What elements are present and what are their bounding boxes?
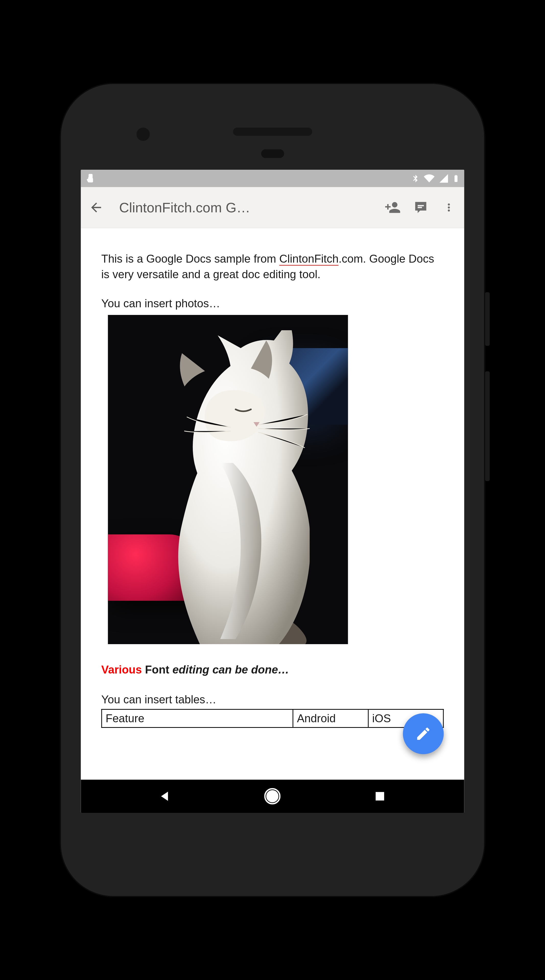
screen: ClintonFitch.com G… This is a Google Doc…: [81, 170, 464, 813]
earpiece-speaker: [233, 127, 312, 136]
cell-signal-icon: [439, 173, 449, 183]
phone-frame: ClintonFitch.com G… This is a Google Doc…: [60, 83, 485, 897]
nav-home-button[interactable]: [262, 786, 283, 807]
stage: ClintonFitch.com G… This is a Google Doc…: [0, 0, 545, 980]
text-run-red-bold: Various: [101, 663, 142, 676]
nav-home-icon: [265, 788, 280, 804]
table-cell[interactable]: Feature: [102, 709, 293, 728]
document-title[interactable]: ClintonFitch.com G…: [114, 200, 375, 215]
table-cell[interactable]: Android: [293, 709, 368, 728]
swipe-indicator-icon: [86, 173, 96, 184]
nav-back-button[interactable]: [155, 786, 175, 807]
overflow-menu-button[interactable]: [439, 197, 459, 218]
phone-side-button-top: [485, 292, 490, 346]
table-row[interactable]: Feature Android iOS: [102, 709, 443, 728]
photo-cat-silhouette: [147, 330, 310, 644]
status-bar: [81, 170, 464, 187]
front-camera: [137, 127, 150, 141]
paragraph-intro[interactable]: This is a Google Docs sample from Clinto…: [101, 251, 444, 282]
battery-icon: [453, 173, 460, 184]
add-collaborator-button[interactable]: [382, 197, 403, 218]
back-arrow-icon: [89, 200, 104, 215]
app-bar: ClintonFitch.com G…: [81, 187, 464, 228]
svg-point-0: [448, 204, 450, 205]
comments-button[interactable]: [411, 197, 431, 218]
text-run: This is a Google Docs sample from: [101, 252, 279, 265]
edit-fab[interactable]: [403, 713, 444, 754]
phone-side-button-bottom: [485, 371, 490, 481]
nav-recent-icon: [373, 790, 386, 803]
pencil-icon: [415, 725, 432, 742]
overflow-icon: [444, 200, 454, 215]
nav-back-icon: [158, 789, 172, 803]
svg-point-1: [448, 207, 450, 208]
wifi-icon: [424, 173, 435, 184]
text-run-bold: Font: [142, 663, 172, 676]
comment-icon: [413, 200, 428, 215]
back-button[interactable]: [86, 197, 107, 218]
svg-point-3: [266, 790, 279, 802]
nav-recent-button[interactable]: [370, 786, 390, 807]
proximity-sensor: [261, 149, 284, 158]
document-body[interactable]: This is a Google Docs sample from Clinto…: [81, 228, 464, 728]
image-container[interactable]: [108, 315, 444, 644]
paragraph-formatted[interactable]: Various Font editing can be done…: [101, 662, 444, 678]
svg-point-2: [448, 210, 450, 212]
text-run-bold-italic: editing can be done…: [172, 663, 289, 676]
spellcheck-underline[interactable]: ClintonFitch: [279, 252, 338, 266]
add-person-icon: [385, 199, 401, 216]
document-viewport[interactable]: This is a Google Docs sample from Clinto…: [81, 228, 464, 780]
paragraph-photos[interactable]: You can insert photos…: [101, 296, 444, 311]
bluetooth-icon: [411, 173, 420, 184]
paragraph-tables[interactable]: You can insert tables…: [101, 692, 444, 708]
svg-rect-5: [376, 792, 384, 800]
inserted-table[interactable]: Feature Android iOS: [101, 709, 444, 728]
inserted-photo[interactable]: [108, 315, 348, 644]
android-nav-bar: [81, 780, 464, 813]
